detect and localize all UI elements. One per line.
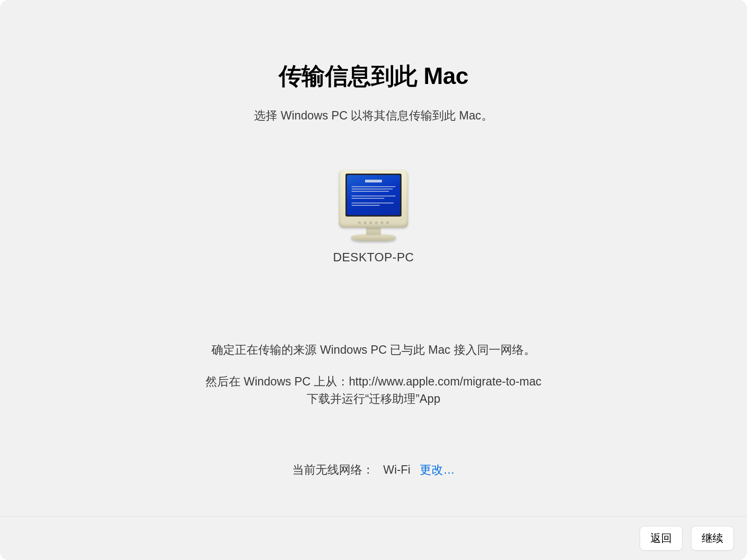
instruction-line-2: 然后在 Windows PC 上从：http://www.apple.com/m… bbox=[205, 373, 542, 391]
instruction-line-1: 确定正在传输的来源 Windows PC 已与此 Mac 接入同一网络。 bbox=[205, 341, 542, 359]
page-title: 传输信息到此 Mac bbox=[279, 61, 468, 92]
windows-pc-icon bbox=[336, 170, 411, 245]
change-network-link[interactable]: 更改… bbox=[420, 462, 455, 477]
source-device[interactable]: DESKTOP-PC bbox=[333, 170, 414, 265]
migration-assistant-window: 传输信息到此 Mac 选择 Windows PC 以将其信息传输到此 Mac。 bbox=[0, 0, 747, 560]
instruction-line-3: 下载并运行“迁移助理”App bbox=[205, 390, 542, 408]
device-label: DESKTOP-PC bbox=[333, 250, 414, 265]
network-label: 当前无线网络： bbox=[292, 462, 374, 477]
network-value: Wi-Fi bbox=[383, 463, 410, 476]
instructions: 确定正在传输的来源 Windows PC 已与此 Mac 接入同一网络。 然后在… bbox=[205, 341, 542, 408]
back-button[interactable]: 返回 bbox=[640, 526, 683, 551]
content-area: 传输信息到此 Mac 选择 Windows PC 以将其信息传输到此 Mac。 bbox=[0, 0, 747, 516]
network-info: 当前无线网络： Wi-Fi 更改… bbox=[292, 462, 455, 477]
page-subtitle: 选择 Windows PC 以将其信息传输到此 Mac。 bbox=[254, 108, 493, 123]
footer-bar: 返回 继续 bbox=[0, 516, 747, 560]
continue-button[interactable]: 继续 bbox=[691, 526, 734, 551]
